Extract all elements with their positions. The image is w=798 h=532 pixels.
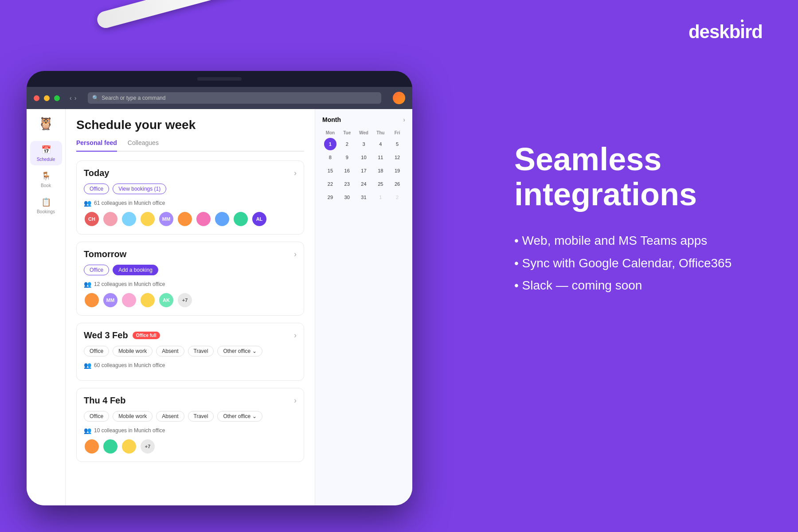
avatar-9 bbox=[233, 211, 249, 227]
tomorrow-tag-office[interactable]: Office bbox=[84, 265, 109, 275]
app-logo: 🦉 bbox=[37, 114, 55, 132]
forward-icon[interactable]: › bbox=[74, 94, 77, 102]
cal-day-29[interactable]: 29 bbox=[324, 191, 336, 203]
t-avatar-ak: AK bbox=[158, 292, 174, 308]
wed-section: Wed 3 Feb Office full › Office Mobile wo… bbox=[76, 323, 304, 381]
office-full-badge: Office full bbox=[133, 332, 160, 339]
wed-tag-office[interactable]: Office bbox=[84, 346, 109, 356]
t-avatar-more: +7 bbox=[177, 292, 193, 308]
maximize-button[interactable] bbox=[54, 95, 60, 101]
wed-tag-mobilework[interactable]: Mobile work bbox=[113, 346, 153, 356]
tomorrow-section: Tomorrow › Office Add a booking 👥 12 col… bbox=[76, 242, 304, 316]
cal-day-11[interactable]: 11 bbox=[374, 151, 387, 164]
sidebar-item-bookings[interactable]: 📋 Bookings bbox=[30, 193, 62, 218]
close-button[interactable] bbox=[34, 95, 39, 101]
cal-day-9[interactable]: 9 bbox=[341, 151, 353, 164]
cal-day-10[interactable]: 10 bbox=[357, 151, 370, 164]
tomorrow-tag-addbooking[interactable]: Add a booking bbox=[113, 265, 158, 275]
main-content: Schedule your week Personal feed Colleag… bbox=[66, 109, 315, 505]
bullet-1: Web, mobile and MS Teams apps bbox=[514, 230, 763, 252]
cal-day-23[interactable]: 23 bbox=[341, 178, 353, 190]
cal-header-thu: Thu bbox=[372, 129, 388, 137]
wed-tag-absent[interactable]: Absent bbox=[156, 346, 184, 356]
tomorrow-header: Tomorrow › bbox=[84, 249, 297, 259]
cal-day-15[interactable]: 15 bbox=[324, 164, 336, 177]
avatar-al: AL bbox=[251, 211, 267, 227]
sidebar-label-schedule: Schedule bbox=[37, 157, 55, 162]
cal-day-8[interactable]: 8 bbox=[324, 151, 336, 164]
cal-day-30[interactable]: 30 bbox=[341, 191, 353, 203]
today-header: Today › bbox=[84, 168, 297, 178]
cal-day-5[interactable]: 5 bbox=[391, 138, 403, 150]
avatar-4 bbox=[140, 211, 156, 227]
back-icon[interactable]: ‹ bbox=[70, 94, 72, 102]
tomorrow-colleagues-info: 👥 12 colleagues in Munich office bbox=[84, 281, 297, 288]
thu-colleagues-info: 👥 10 colleagues in Munich office bbox=[84, 427, 297, 434]
thu-tag-mobilework[interactable]: Mobile work bbox=[113, 411, 153, 422]
avatar-2 bbox=[102, 211, 118, 227]
cal-day-22[interactable]: 22 bbox=[324, 178, 336, 190]
cal-day-12[interactable]: 12 bbox=[391, 151, 403, 164]
right-heading: Seamless integrations bbox=[514, 142, 763, 212]
thu-chevron[interactable]: › bbox=[294, 396, 297, 405]
cal-day-2[interactable]: 2 bbox=[341, 138, 353, 150]
search-icon: 🔍 bbox=[92, 95, 99, 101]
cal-day-next-1[interactable]: 1 bbox=[374, 191, 387, 203]
thu-tags: Office Mobile work Absent Travel Other o… bbox=[84, 411, 297, 422]
user-avatar-chrome[interactable] bbox=[393, 92, 405, 104]
tomorrow-title: Tomorrow bbox=[84, 249, 126, 259]
sidebar-item-schedule[interactable]: 📅 Schedule bbox=[30, 141, 62, 165]
cal-day-4[interactable]: 4 bbox=[374, 138, 387, 150]
cal-day-1[interactable]: 1 bbox=[324, 138, 336, 150]
calendar-panel: Month › Mon Tue Wed Thu Fri 1 2 3 4 5 8 … bbox=[315, 109, 412, 505]
wed-chevron[interactable]: › bbox=[294, 331, 297, 340]
thu-tag-travel[interactable]: Travel bbox=[188, 411, 214, 422]
dropdown-chevron-2: ⌄ bbox=[252, 413, 257, 419]
wed-colleagues-label: 60 colleagues in Munich office bbox=[94, 362, 165, 368]
thu-tag-office[interactable]: Office bbox=[84, 411, 109, 422]
cal-day-next-2[interactable]: 2 bbox=[391, 191, 403, 203]
minimize-button[interactable] bbox=[44, 95, 50, 101]
right-panel: Seamless integrations Web, mobile and MS… bbox=[514, 142, 763, 297]
thu-tag-absent[interactable]: Absent bbox=[156, 411, 184, 422]
cal-day-18[interactable]: 18 bbox=[374, 164, 387, 177]
avatar-7 bbox=[196, 211, 211, 227]
avatar-mm-1: MM bbox=[158, 211, 174, 227]
address-bar[interactable]: 🔍 Search or type a command bbox=[88, 92, 381, 104]
today-colleagues-info: 👥 61 colleagues in Munich office bbox=[84, 200, 297, 207]
avatar-3 bbox=[121, 211, 137, 227]
window-chrome: ‹ › 🔍 Search or type a command bbox=[27, 87, 412, 109]
wed-colleagues-info: 👥 60 colleagues in Munich office bbox=[84, 362, 297, 369]
cal-day-19[interactable]: 19 bbox=[391, 164, 403, 177]
tab-colleagues[interactable]: Colleagues bbox=[128, 139, 159, 152]
sidebar-label-book: Book bbox=[41, 183, 51, 188]
tomorrow-chevron[interactable]: › bbox=[294, 250, 297, 259]
today-tag-viewbookings[interactable]: View bookings (1) bbox=[113, 184, 166, 194]
tab-personal-feed[interactable]: Personal feed bbox=[76, 139, 117, 152]
today-chevron[interactable]: › bbox=[294, 168, 297, 178]
today-avatars: CH MM AL bbox=[84, 211, 297, 227]
cal-day-24[interactable]: 24 bbox=[357, 178, 370, 190]
wed-tag-travel[interactable]: Travel bbox=[188, 346, 214, 356]
thu-avatar-more: +7 bbox=[140, 438, 156, 454]
deskbird-logo: deskbird bbox=[688, 21, 763, 43]
today-tag-office[interactable]: Office bbox=[84, 184, 109, 194]
today-colleagues-label: 61 colleagues in Munich office bbox=[94, 200, 165, 206]
cal-day-16[interactable]: 16 bbox=[341, 164, 353, 177]
wed-tag-otheroffice[interactable]: Other office ⌄ bbox=[217, 346, 262, 356]
sidebar-item-book[interactable]: 🪑 Book bbox=[30, 167, 62, 192]
cal-day-31[interactable]: 31 bbox=[357, 191, 370, 203]
thu-tag-otheroffice[interactable]: Other office ⌄ bbox=[217, 411, 262, 422]
cal-day-17[interactable]: 17 bbox=[357, 164, 370, 177]
cal-header-fri: Fri bbox=[389, 129, 405, 137]
cal-day-26[interactable]: 26 bbox=[391, 178, 403, 190]
cal-header-tue: Tue bbox=[339, 129, 355, 137]
bookings-icon: 📋 bbox=[41, 197, 51, 207]
thu-avatars: +7 bbox=[84, 438, 297, 454]
cal-header-mon: Mon bbox=[322, 129, 338, 137]
cal-day-25[interactable]: 25 bbox=[374, 178, 387, 190]
cal-day-3[interactable]: 3 bbox=[357, 138, 370, 150]
calendar-next-icon[interactable]: › bbox=[403, 116, 405, 123]
tabs: Personal feed Colleagues bbox=[76, 139, 304, 152]
thu-section: Thu 4 Feb › Office Mobile work Absent Tr… bbox=[76, 388, 304, 462]
